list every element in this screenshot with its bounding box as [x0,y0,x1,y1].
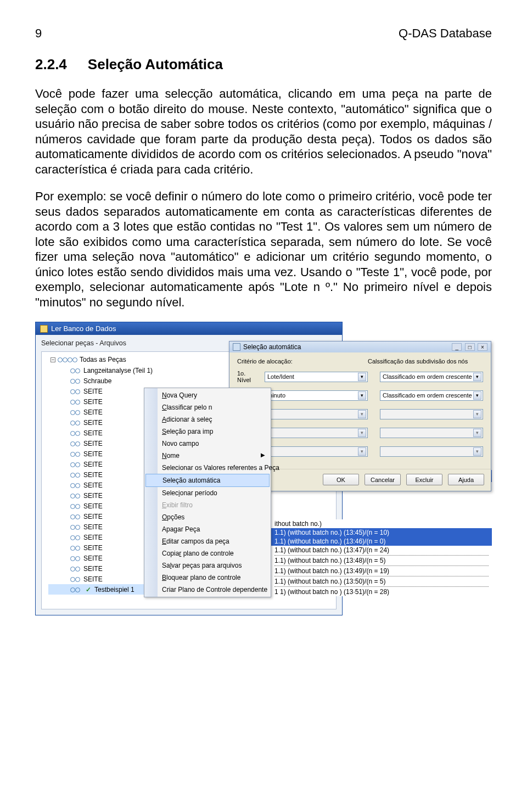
classificacao-combo-5[interactable]: ▾ [380,446,483,457]
dialog-icon [233,343,240,351]
tree-item-label: SEITE [83,419,103,427]
chevron-down-icon[interactable]: ▾ [473,429,481,437]
cancel-button[interactable]: Cancelar [365,474,401,485]
tree-item-label: SEITE [83,429,103,437]
minimize-icon[interactable]: _ [452,343,462,351]
tree-item-label: SEITE [83,388,103,395]
glasses-icon [70,388,80,395]
glasses-icon [70,576,80,583]
glasses-icon [70,430,80,436]
context-menu-item[interactable]: Selecionar período [144,487,271,499]
result-row[interactable]: 1.1) (without batch no.) (13:48)/(n = 5) [271,556,492,565]
criterio-alocacao-label: Critério de alocação: [237,358,352,365]
criterio-combo-2[interactable]: minuto▾ [265,390,368,401]
classificacao-combo-4[interactable]: ▾ [380,428,483,438]
glasses-icon [58,356,68,363]
context-menu-item[interactable]: Opções [144,511,271,523]
context-menu-item[interactable]: Bloquear plano de controle [144,572,271,584]
context-menu-item[interactable]: Apagar Peça [144,523,271,535]
result-row[interactable]: ithout batch no.) [271,519,492,528]
section-number: 2.2.4 [35,56,67,73]
chevron-down-icon[interactable]: ▾ [473,410,481,418]
result-row[interactable]: 1 1) (without batch no ) (13·51)/(n = 28… [271,587,492,596]
context-menu-item[interactable]: Salvar peças para arquivos [144,559,271,572]
context-menu-item[interactable]: Editar campos da peça [144,535,271,547]
criterio-combo-4[interactable]: ▾ [265,428,368,438]
glasses-icon [70,534,80,541]
tree-item-label: Schraube [83,377,111,385]
context-menu-item[interactable]: Selecionar os Valores referentes a Peça [144,462,271,474]
paragraph-1: Você pode fazer uma selecção automática,… [35,86,492,177]
chevron-down-icon[interactable]: ▾ [473,447,481,456]
result-row[interactable]: 1.1) (without batch no.) (13:46)/(n = 0) [271,537,492,546]
tree-item-label: SEITE [83,481,103,489]
page-number: 9 [35,26,42,41]
window-controls[interactable]: _ □ × [451,343,487,351]
tree-item-label: SEITE [83,408,103,416]
tree-item-label: SEITE [83,440,103,447]
context-menu-item[interactable]: Nome▶ [144,450,271,462]
chevron-down-icon[interactable]: ▾ [358,429,366,437]
result-row[interactable]: 1.1) (without batch no.) (13:45)/(n = 10… [271,528,492,537]
glasses-icon [70,555,80,562]
glasses-icon [70,399,80,405]
classificacao-combo-1[interactable]: Classificado em ordem crescente▾ [380,372,483,382]
tree-item-label: SEITE [83,398,103,406]
context-menu-item[interactable]: Copiar plano de controle [144,547,271,559]
chevron-right-icon: ▶ [261,452,265,458]
context-menu[interactable]: Nova QueryClassificar pelo nAdicionar à … [144,388,271,597]
chevron-down-icon[interactable]: ▾ [473,391,481,400]
tree-item-label: SEITE [83,513,103,520]
dialog-title: Seleção automática [243,343,301,351]
tree-item-label: SEITE [83,565,103,573]
chevron-down-icon[interactable]: ▾ [358,373,366,381]
glasses-icon [70,503,80,509]
classificacao-combo-3[interactable]: ▾ [380,409,483,419]
ok-button[interactable]: OK [323,474,359,485]
criterio-combo-5[interactable]: ▾ [265,446,368,457]
tree-item-label: SEITE [83,523,103,531]
paragraph-2: Por exemplo: se você definir o número do… [35,189,492,310]
tree-item-label: SEITE [83,471,103,479]
context-menu-item[interactable]: Seleção automática [145,474,270,487]
chevron-down-icon[interactable]: ▾ [473,373,481,381]
section-title: Seleção Automática [88,56,223,72]
maximize-icon[interactable]: □ [465,343,475,351]
glasses-icon [70,565,80,572]
glasses-icon [70,419,80,426]
glasses-icon [70,367,80,374]
classificacao-combo-2[interactable]: Classificado em ordem crescente▾ [380,390,483,401]
context-menu-item[interactable]: Novo campo [144,438,271,450]
result-row[interactable]: 1.1) (without batch no.) (13:50)/(n = 5) [271,577,492,586]
results-list[interactable]: ithout batch no.)1.1) (without batch no.… [271,519,492,596]
tree-item-label: SEITE [83,575,103,583]
glasses-icon [68,356,77,363]
tree-item-label: SEITE [83,534,103,541]
criterio-combo-3[interactable]: ▾ [265,409,368,419]
glasses-icon [70,492,80,499]
section-heading: 2.2.4Seleção Automática [35,56,492,73]
collapse-icon[interactable]: − [51,357,55,362]
dialog-titlebar: Seleção automática _ □ × [229,341,491,352]
context-menu-item[interactable]: Adicionar à seleç [144,413,271,425]
chevron-down-icon[interactable]: ▾ [358,391,366,400]
result-row[interactable]: 1.1) (without batch no.) (13:47)/(n = 24… [271,546,492,555]
folder-icon [40,325,48,333]
classificacao-label: Calssificação das subdivisão dos nós [368,358,483,365]
context-menu-item[interactable]: Seleção para imp [144,425,271,438]
delete-button[interactable]: Excluir [406,474,442,485]
context-menu-item[interactable]: Classificar pelo n [144,401,271,413]
close-icon[interactable]: × [478,343,487,351]
result-row[interactable]: 1.1) (without batch no.) (13:49)/(n = 19… [271,567,492,575]
context-menu-item[interactable]: Criar Plano de Controle dependente [144,584,271,596]
help-button[interactable]: Ajuda [448,474,484,485]
chevron-down-icon[interactable]: ▾ [358,410,366,418]
glasses-icon [70,482,80,489]
tree-item-label: Langzeitanalyse (Teil 1) [83,367,153,374]
tree-item-label: SEITE [83,461,103,468]
context-menu-item[interactable]: Nova Query [144,389,271,401]
chevron-down-icon[interactable]: ▾ [358,447,366,456]
glasses-icon [70,461,80,468]
titlebar: Ler Banco de Dados [36,322,342,335]
criterio-combo-1[interactable]: Lote/Ident▾ [265,372,368,382]
